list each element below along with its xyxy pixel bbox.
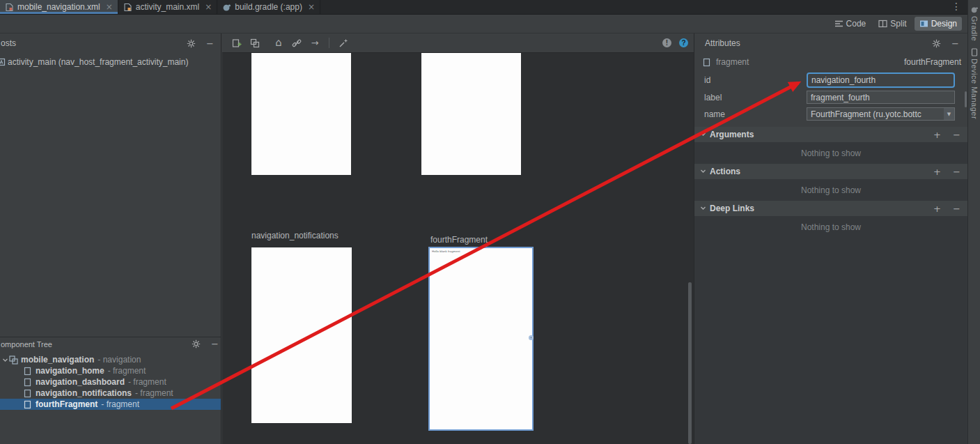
fragment-preview-1[interactable]: [251, 53, 351, 175]
design-icon: [919, 20, 928, 29]
tree-item-type: - navigation: [98, 355, 141, 365]
tree-item-navigation-dashboard[interactable]: navigation_dashboard - fragment: [0, 376, 221, 388]
fragment-preview-fourth[interactable]: Hello blank fragment: [428, 247, 534, 431]
host-item-activity-main[interactable]: activity_main (nav_host_fragment_activit…: [0, 56, 221, 68]
tree-item-fourth-fragment[interactable]: fourthFragment - fragment: [0, 399, 221, 410]
fragment-preview-2[interactable]: [421, 53, 521, 175]
more-options-icon[interactable]: ⋮: [951, 1, 961, 11]
combo-arrow-icon[interactable]: ▼: [944, 108, 954, 120]
fragment-icon: [24, 378, 33, 387]
action-arrow-icon[interactable]: →: [309, 38, 320, 49]
tool-window-strip: Gradle Device Manager: [967, 0, 980, 444]
gear-icon[interactable]: [186, 38, 196, 49]
tree-item-mobile-navigation[interactable]: mobile_navigation - navigation: [0, 354, 221, 365]
name-label: name: [704, 109, 725, 119]
remove-icon[interactable]: −: [951, 130, 962, 140]
design-editor: ⌂ → ! ? navigation_notifications fourthF…: [222, 33, 694, 444]
component-type-label: fragment: [716, 57, 749, 67]
name-dropdown-value: FourthFragment (ru.yotc.bottc: [811, 109, 944, 119]
arguments-section-header[interactable]: Arguments + −: [694, 127, 967, 142]
editor-toolbar: Code Split Design: [0, 15, 967, 33]
navigation-graph-icon: [9, 355, 19, 365]
device-manager-icon[interactable]: [971, 48, 978, 56]
connection-handle[interactable]: [529, 335, 534, 340]
fragment-label-notifications[interactable]: navigation_notifications: [251, 231, 339, 240]
label-attribute-row: label: [694, 89, 967, 106]
tab-label: activity_main.xml: [136, 2, 199, 12]
tree-item-name: mobile_navigation: [21, 355, 94, 365]
design-canvas[interactable]: navigation_notifications fourthFragment …: [222, 53, 694, 444]
split-view-button[interactable]: Split: [873, 17, 911, 31]
editor-tab-bar: mobile_navigation.xml × activity_main.xm…: [0, 0, 967, 15]
tab-mobile-navigation-xml[interactable]: mobile_navigation.xml ×: [0, 0, 118, 14]
close-icon[interactable]: ×: [106, 3, 113, 11]
tab-label: mobile_navigation.xml: [17, 2, 100, 12]
chevron-expanded-icon[interactable]: [1, 357, 9, 363]
add-icon[interactable]: +: [932, 130, 942, 140]
attributes-empty-area: [694, 238, 967, 444]
hosts-panel: osts − activity_main (nav_host_fragment_…: [0, 33, 221, 444]
link-icon[interactable]: [291, 38, 302, 49]
xml-file-icon: [123, 3, 132, 12]
design-view-button[interactable]: Design: [915, 17, 962, 31]
code-view-button[interactable]: Code: [830, 17, 871, 31]
name-dropdown[interactable]: FourthFragment (ru.yotc.bottc ▼: [807, 107, 955, 121]
tab-activity-main-xml[interactable]: activity_main.xml ×: [118, 0, 217, 14]
tree-item-navigation-home[interactable]: navigation_home - fragment: [0, 365, 221, 376]
minimize-icon[interactable]: −: [205, 38, 215, 49]
attributes-title: Attributes: [705, 38, 931, 48]
chevron-down-icon[interactable]: [700, 167, 706, 176]
fragment-preview-notifications[interactable]: [251, 247, 352, 423]
actions-section-title: Actions: [710, 167, 740, 176]
split-view-label: Split: [890, 19, 906, 29]
attributes-scrollbar[interactable]: [965, 91, 967, 107]
add-icon[interactable]: +: [932, 204, 942, 214]
id-input[interactable]: [807, 72, 955, 88]
gradle-tool-button[interactable]: Gradle: [970, 16, 979, 41]
close-icon[interactable]: ×: [205, 3, 212, 11]
activity-icon: [0, 58, 6, 66]
gear-icon[interactable]: [931, 38, 942, 49]
help-icon[interactable]: ?: [679, 38, 688, 47]
minimize-icon[interactable]: −: [210, 339, 220, 349]
fragment-preview-text: Hello blank fragment: [432, 250, 460, 253]
chevron-down-icon[interactable]: [700, 204, 706, 213]
chevron-down-icon[interactable]: [700, 130, 706, 139]
auto-arrange-icon[interactable]: [338, 38, 349, 49]
minimize-icon[interactable]: −: [950, 38, 960, 49]
label-input[interactable]: [807, 91, 955, 104]
component-tree-header: omponent Tree −: [0, 337, 221, 351]
code-view-label: Code: [846, 19, 866, 29]
deep-links-empty-text: Nothing to show: [694, 216, 967, 238]
remove-icon[interactable]: −: [951, 204, 962, 214]
tree-item-type: - fragment: [135, 388, 173, 398]
actions-section-header[interactable]: Actions + −: [694, 164, 967, 179]
component-tree-title: omponent Tree: [1, 340, 191, 349]
tree-item-type: - fragment: [108, 366, 146, 376]
add-icon[interactable]: +: [932, 167, 942, 177]
canvas-scrollbar[interactable]: [688, 282, 692, 444]
remove-icon[interactable]: −: [951, 167, 962, 177]
nested-graph-icon[interactable]: [249, 38, 260, 49]
gear-icon[interactable]: [191, 339, 201, 349]
close-icon[interactable]: ×: [308, 3, 315, 11]
fragment-label-fourth[interactable]: fourthFragment: [430, 235, 488, 245]
tab-build-gradle[interactable]: build.gradle (:app) ×: [217, 0, 320, 14]
component-type-row: fragment fourthFragment: [694, 53, 967, 71]
device-manager-tool-button[interactable]: Device Manager: [970, 59, 979, 119]
add-destination-icon[interactable]: [231, 38, 242, 49]
tree-item-name: navigation_home: [36, 366, 104, 376]
tree-item-name: navigation_dashboard: [36, 377, 125, 387]
host-item-label: activity_main (nav_host_fragment_activit…: [8, 57, 188, 67]
gradle-icon[interactable]: [970, 6, 979, 14]
warnings-icon[interactable]: !: [662, 38, 671, 47]
tree-item-type: - fragment: [128, 377, 166, 387]
component-tree-list: mobile_navigation - navigation navigatio…: [0, 354, 221, 410]
home-icon[interactable]: ⌂: [273, 38, 284, 49]
label-label: label: [704, 93, 722, 102]
deep-links-section-header[interactable]: Deep Links + −: [694, 201, 967, 216]
code-icon: [834, 20, 843, 29]
deep-links-section-title: Deep Links: [710, 204, 754, 213]
attributes-panel: Attributes − fragment fourthFragment id …: [694, 33, 967, 444]
tree-item-navigation-notifications[interactable]: navigation_notifications - fragment: [0, 388, 221, 399]
